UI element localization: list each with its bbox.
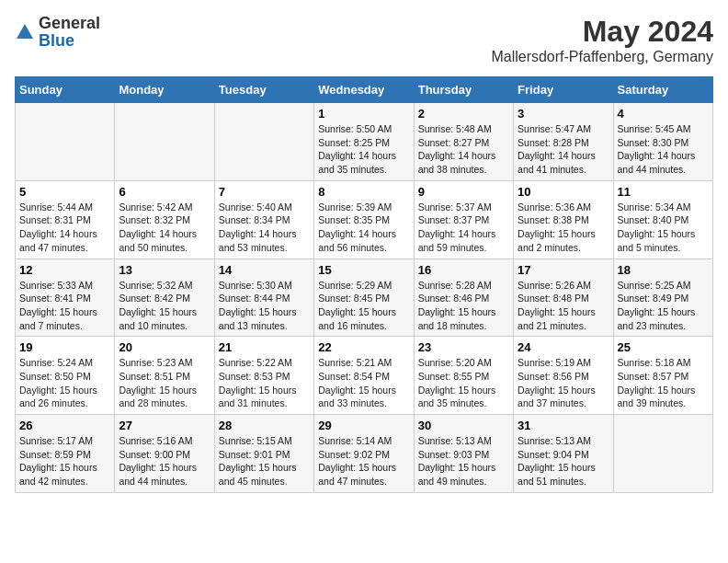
svg-marker-0: [17, 24, 33, 39]
calendar-cell: 13Sunrise: 5:32 AM Sunset: 8:42 PM Dayli…: [115, 259, 214, 337]
day-number: 14: [219, 263, 310, 277]
calendar-cell: 30Sunrise: 5:13 AM Sunset: 9:03 PM Dayli…: [414, 415, 513, 493]
day-number: 20: [119, 340, 210, 354]
day-number: 18: [618, 263, 709, 277]
header-monday: Monday: [115, 77, 214, 103]
day-info: Sunrise: 5:29 AM Sunset: 8:45 PM Dayligh…: [318, 279, 409, 333]
day-info: Sunrise: 5:45 AM Sunset: 8:30 PM Dayligh…: [618, 122, 709, 177]
day-number: 2: [418, 107, 509, 121]
week-row-2: 5Sunrise: 5:44 AM Sunset: 8:31 PM Daylig…: [16, 180, 713, 259]
week-row-5: 26Sunrise: 5:17 AM Sunset: 8:59 PM Dayli…: [16, 415, 713, 493]
day-number: 28: [219, 419, 310, 432]
title-area: May 2024 Mallersdorf-Pfaffenberg, German…: [491, 15, 713, 65]
header-thursday: Thursday: [414, 77, 513, 103]
day-info: Sunrise: 5:47 AM Sunset: 8:28 PM Dayligh…: [518, 122, 609, 177]
calendar-cell: 2Sunrise: 5:48 AM Sunset: 8:27 PM Daylig…: [414, 103, 513, 181]
day-info: Sunrise: 5:26 AM Sunset: 8:48 PM Dayligh…: [518, 279, 609, 333]
calendar-cell: 27Sunrise: 5:16 AM Sunset: 9:00 PM Dayli…: [115, 415, 214, 493]
calendar-cell: 12Sunrise: 5:33 AM Sunset: 8:41 PM Dayli…: [16, 259, 115, 337]
calendar-body: 1Sunrise: 5:50 AM Sunset: 8:25 PM Daylig…: [16, 103, 713, 493]
day-number: 21: [219, 340, 310, 354]
calendar-cell: 1Sunrise: 5:50 AM Sunset: 8:25 PM Daylig…: [314, 103, 414, 181]
calendar-cell: 24Sunrise: 5:19 AM Sunset: 8:56 PM Dayli…: [514, 337, 613, 415]
day-info: Sunrise: 5:19 AM Sunset: 8:56 PM Dayligh…: [518, 356, 609, 410]
calendar-cell: 23Sunrise: 5:20 AM Sunset: 8:55 PM Dayli…: [414, 337, 513, 415]
day-number: 24: [518, 340, 609, 354]
header-saturday: Saturday: [613, 77, 712, 103]
calendar-cell: 21Sunrise: 5:22 AM Sunset: 8:53 PM Dayli…: [214, 337, 313, 415]
calendar-cell: 25Sunrise: 5:18 AM Sunset: 8:57 PM Dayli…: [613, 337, 712, 415]
week-row-4: 19Sunrise: 5:24 AM Sunset: 8:50 PM Dayli…: [16, 337, 713, 415]
week-row-1: 1Sunrise: 5:50 AM Sunset: 8:25 PM Daylig…: [16, 103, 713, 181]
day-number: 6: [119, 185, 210, 199]
day-info: Sunrise: 5:16 AM Sunset: 9:00 PM Dayligh…: [119, 434, 210, 488]
calendar-cell: 15Sunrise: 5:29 AM Sunset: 8:45 PM Dayli…: [314, 259, 414, 337]
day-number: 7: [219, 185, 310, 199]
calendar-cell: 4Sunrise: 5:45 AM Sunset: 8:30 PM Daylig…: [613, 103, 712, 181]
logo: General Blue: [15, 15, 100, 50]
header-friday: Friday: [514, 77, 613, 103]
calendar-cell: 20Sunrise: 5:23 AM Sunset: 8:51 PM Dayli…: [115, 337, 214, 415]
calendar-cell: 29Sunrise: 5:14 AM Sunset: 9:02 PM Dayli…: [314, 415, 414, 493]
day-info: Sunrise: 5:50 AM Sunset: 8:25 PM Dayligh…: [318, 122, 409, 177]
day-number: 11: [618, 185, 709, 199]
day-info: Sunrise: 5:32 AM Sunset: 8:42 PM Dayligh…: [119, 279, 210, 333]
logo-blue: Blue: [39, 31, 74, 50]
day-number: 12: [19, 263, 110, 277]
day-number: 22: [318, 340, 409, 354]
day-info: Sunrise: 5:23 AM Sunset: 8:51 PM Dayligh…: [119, 356, 210, 410]
day-info: Sunrise: 5:25 AM Sunset: 8:49 PM Dayligh…: [618, 279, 709, 333]
calendar-cell: [16, 103, 115, 181]
calendar-cell: 19Sunrise: 5:24 AM Sunset: 8:50 PM Dayli…: [16, 337, 115, 415]
calendar-cell: 3Sunrise: 5:47 AM Sunset: 8:28 PM Daylig…: [514, 103, 613, 181]
day-info: Sunrise: 5:39 AM Sunset: 8:35 PM Dayligh…: [318, 201, 409, 255]
calendar-cell: 11Sunrise: 5:34 AM Sunset: 8:40 PM Dayli…: [613, 180, 712, 259]
day-number: 23: [418, 340, 509, 354]
calendar-cell: [214, 103, 313, 181]
calendar-cell: 31Sunrise: 5:13 AM Sunset: 9:04 PM Dayli…: [514, 415, 613, 493]
calendar: SundayMondayTuesdayWednesdayThursdayFrid…: [15, 76, 713, 493]
logo-icon: [15, 22, 35, 42]
day-info: Sunrise: 5:21 AM Sunset: 8:54 PM Dayligh…: [318, 356, 409, 410]
day-number: 3: [518, 107, 609, 121]
day-number: 10: [518, 185, 609, 199]
calendar-cell: 10Sunrise: 5:36 AM Sunset: 8:38 PM Dayli…: [514, 180, 613, 259]
day-number: 29: [318, 419, 409, 432]
calendar-cell: 26Sunrise: 5:17 AM Sunset: 8:59 PM Dayli…: [16, 415, 115, 493]
day-info: Sunrise: 5:17 AM Sunset: 8:59 PM Dayligh…: [19, 434, 110, 488]
day-number: 9: [418, 185, 509, 199]
day-info: Sunrise: 5:18 AM Sunset: 8:57 PM Dayligh…: [618, 356, 709, 410]
day-number: 15: [318, 263, 409, 277]
calendar-cell: 14Sunrise: 5:30 AM Sunset: 8:44 PM Dayli…: [214, 259, 313, 337]
header-sunday: Sunday: [16, 77, 115, 103]
day-number: 30: [418, 419, 509, 432]
day-number: 17: [518, 263, 609, 277]
day-number: 16: [418, 263, 509, 277]
day-info: Sunrise: 5:34 AM Sunset: 8:40 PM Dayligh…: [618, 201, 709, 255]
day-info: Sunrise: 5:42 AM Sunset: 8:32 PM Dayligh…: [119, 201, 210, 255]
calendar-cell: 5Sunrise: 5:44 AM Sunset: 8:31 PM Daylig…: [16, 180, 115, 259]
header-tuesday: Tuesday: [214, 77, 313, 103]
day-info: Sunrise: 5:28 AM Sunset: 8:46 PM Dayligh…: [418, 279, 509, 333]
day-info: Sunrise: 5:48 AM Sunset: 8:27 PM Dayligh…: [418, 122, 509, 177]
day-number: 13: [119, 263, 210, 277]
calendar-cell: [613, 415, 712, 493]
day-number: 5: [19, 185, 110, 199]
calendar-cell: 17Sunrise: 5:26 AM Sunset: 8:48 PM Dayli…: [514, 259, 613, 337]
day-info: Sunrise: 5:37 AM Sunset: 8:37 PM Dayligh…: [418, 201, 509, 255]
subtitle: Mallersdorf-Pfaffenberg, Germany: [491, 49, 713, 65]
day-info: Sunrise: 5:44 AM Sunset: 8:31 PM Dayligh…: [19, 201, 110, 255]
calendar-cell: 6Sunrise: 5:42 AM Sunset: 8:32 PM Daylig…: [115, 180, 214, 259]
day-info: Sunrise: 5:15 AM Sunset: 9:01 PM Dayligh…: [219, 434, 310, 488]
calendar-cell: 22Sunrise: 5:21 AM Sunset: 8:54 PM Dayli…: [314, 337, 414, 415]
day-number: 8: [318, 185, 409, 199]
day-info: Sunrise: 5:13 AM Sunset: 9:04 PM Dayligh…: [518, 434, 609, 488]
day-info: Sunrise: 5:22 AM Sunset: 8:53 PM Dayligh…: [219, 356, 310, 410]
calendar-cell: 7Sunrise: 5:40 AM Sunset: 8:34 PM Daylig…: [214, 180, 313, 259]
day-info: Sunrise: 5:33 AM Sunset: 8:41 PM Dayligh…: [19, 279, 110, 333]
calendar-cell: 28Sunrise: 5:15 AM Sunset: 9:01 PM Dayli…: [214, 415, 313, 493]
day-info: Sunrise: 5:14 AM Sunset: 9:02 PM Dayligh…: [318, 434, 409, 488]
calendar-cell: 9Sunrise: 5:37 AM Sunset: 8:37 PM Daylig…: [414, 180, 513, 259]
week-row-3: 12Sunrise: 5:33 AM Sunset: 8:41 PM Dayli…: [16, 259, 713, 337]
calendar-cell: [115, 103, 214, 181]
